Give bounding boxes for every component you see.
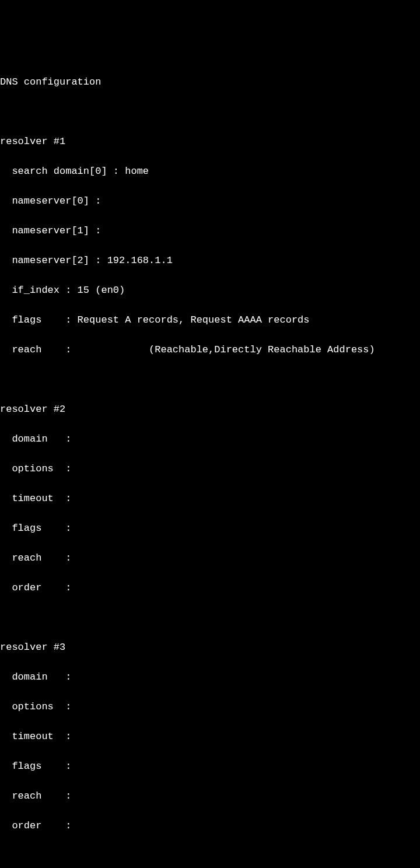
resolver-3-reach: reach : — [0, 789, 420, 804]
resolver-2-order: order : — [0, 580, 420, 596]
resolver-3-flags: flags : — [0, 759, 420, 774]
resolver-2-header: resolver #2 — [0, 402, 420, 417]
resolver-2-domain: domain : — [0, 432, 420, 447]
resolver-2-reach: reach : — [0, 551, 420, 566]
resolver-3-timeout: timeout : — [0, 729, 420, 744]
resolver-1-nameserver-0: nameserver[0] : — [0, 194, 420, 209]
resolver-1-nameserver-1: nameserver[1] : — [0, 223, 420, 239]
resolver-1-flags: flags : Request A records, Request AAAA … — [0, 313, 420, 328]
blank-line — [0, 372, 420, 387]
resolver-2-timeout: timeout : — [0, 491, 420, 506]
resolver-1-nameserver-2: nameserver[2] : 192.168.1.1 — [0, 253, 420, 268]
resolver-3-header: resolver #3 — [0, 640, 420, 655]
resolver-3-options: options : — [0, 699, 420, 715]
blank-line — [0, 610, 420, 625]
blank-line — [0, 104, 420, 120]
resolver-1-reach: reach : (Reachable,Directly Reachable Ad… — [0, 342, 420, 358]
resolver-2-options: options : — [0, 461, 420, 477]
resolver-1-header: resolver #1 — [0, 134, 420, 149]
resolver-2-flags: flags : — [0, 521, 420, 536]
resolver-1-if-index: if_index : 15 (en0) — [0, 283, 420, 298]
blank-line — [0, 848, 420, 863]
resolver-1-search-domain: search domain[0] : home — [0, 164, 420, 179]
dns-title: DNS configuration — [0, 75, 420, 90]
resolver-3-order: order : — [0, 818, 420, 834]
resolver-3-domain: domain : — [0, 670, 420, 685]
terminal-output: DNS configuration resolver #1 search dom… — [0, 60, 420, 868]
